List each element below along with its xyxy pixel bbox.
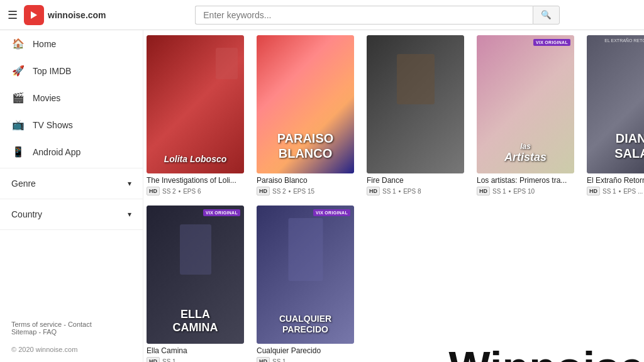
- movie-title-lolita: The Investigations of Loli...: [147, 176, 244, 185]
- vix-badge-cualquier: VIX ORIGINAL: [313, 209, 350, 216]
- sidebar-item-home[interactable]: 🏠 Home: [0, 30, 143, 57]
- movie-card-artistas[interactable]: VIX ORIGINAL lasArtistas Los artistas: P…: [477, 35, 580, 195]
- movie-meta-lolita: HD SS 2 • EPS 6: [147, 187, 250, 195]
- movie-meta-artistas: HD SS 1 • EPS 10: [477, 187, 580, 195]
- movie-card-fire[interactable]: Fire Dance HD SS 1 • EPS 8: [367, 35, 470, 195]
- movie-meta-extrano: HD SS 1 • EPS ...: [587, 187, 644, 195]
- genre-section[interactable]: Genre ▾: [0, 171, 143, 196]
- footer-links: Terms of service - Contact Sitemap - FAQ: [0, 313, 143, 343]
- sidebar-item-android-app[interactable]: 📱 Android App: [0, 138, 143, 165]
- hd-badge: HD: [257, 187, 270, 195]
- sidebar: 🏠 Home 🚀 Top IMDB 🎬 Movies 📺 TV Shows 📱 …: [0, 30, 143, 362]
- thumb-text-paraiso: PARAISOBLANCO: [277, 131, 334, 161]
- thumb-text-cualquier: CUALQUIERPARECIDO: [279, 314, 331, 335]
- movie-card-lolita[interactable]: Lolita Lobosco The Investigations of Lol…: [147, 35, 250, 195]
- search-input[interactable]: [195, 6, 533, 25]
- thumb-text-artistas: lasArtistas: [504, 142, 547, 165]
- movie-thumb-lolita: Lolita Lobosco: [147, 35, 244, 173]
- sidebar-label-home: Home: [33, 39, 56, 49]
- tv-shows-icon: 📺: [11, 119, 25, 131]
- hamburger-icon[interactable]: ☰: [8, 8, 18, 22]
- thumb-text-extrano: DIANASALAZ: [614, 131, 644, 161]
- content-area: Lolita Lobosco The Investigations of Lol…: [143, 30, 644, 362]
- vix-badge-camina: VIX ORIGINAL: [203, 209, 240, 216]
- sidebar-item-top-imdb[interactable]: 🚀 Top IMDB: [0, 57, 143, 84]
- vix-badge: VIX ORIGINAL: [533, 39, 570, 46]
- thumb-text-camina: ELLACAMINA: [173, 308, 218, 335]
- country-label: Country: [11, 209, 42, 219]
- search-button[interactable]: 🔍: [533, 6, 560, 25]
- movie-title-camina: Ella Camina: [147, 346, 244, 355]
- footer-sep-1: -: [64, 321, 68, 328]
- top-imdb-icon: 🚀: [11, 65, 25, 77]
- movie-card-extrano[interactable]: EL EXTRAÑO RETORNO DE... DIANASALAZ El E…: [587, 35, 644, 195]
- android-icon: 📱: [11, 146, 25, 158]
- sidebar-divider-2: [0, 199, 143, 199]
- main-layout: 🏠 Home 🚀 Top IMDB 🎬 Movies 📺 TV Shows 📱 …: [0, 30, 644, 362]
- thumb-text-lolita: Lolita Lobosco: [164, 154, 227, 165]
- movie-title-cualquier: Cualquier Parecido: [257, 346, 354, 355]
- sidebar-label-android-app: Android App: [33, 147, 80, 157]
- movie-meta-camina: HD SS 1: [147, 357, 250, 362]
- sidebar-label-movies: Movies: [33, 93, 60, 103]
- movie-meta-paraiso: HD SS 2 • EPS 15: [257, 187, 360, 195]
- movie-thumb-fire: [367, 35, 464, 173]
- logo-icon: [24, 5, 44, 25]
- meta-dot: •: [179, 188, 181, 195]
- movie-title-fire: Fire Dance: [367, 176, 464, 185]
- sitemap-link[interactable]: Sitemap: [11, 328, 36, 336]
- sidebar-item-movies[interactable]: 🎬 Movies: [0, 84, 143, 111]
- faq-link[interactable]: FAQ: [43, 328, 57, 336]
- country-chevron-icon: ▾: [128, 210, 131, 219]
- country-section[interactable]: Country ▾: [0, 202, 143, 227]
- sidebar-item-tv-shows[interactable]: 📺 TV Shows: [0, 111, 143, 138]
- movie-card-cualquier[interactable]: VIX ORIGINAL CUALQUIERPARECIDO Cualquier…: [257, 206, 360, 362]
- hd-badge: HD: [147, 187, 160, 195]
- search-icon: 🔍: [541, 10, 552, 19]
- movie-title-paraiso: Paraiso Blanco: [257, 176, 354, 185]
- movie-meta-cualquier: HD SS 1: [257, 357, 360, 362]
- logo: winnoise.com: [24, 5, 106, 25]
- sidebar-divider-1: [0, 168, 143, 168]
- movie-thumb-cualquier: VIX ORIGINAL CUALQUIERPARECIDO: [257, 206, 354, 344]
- contact-link[interactable]: Contact: [68, 321, 92, 328]
- header: ☰ winnoise.com 🔍: [0, 0, 644, 30]
- movies-row-2: VIX ORIGINAL ELLACAMINA Ella Camina HD S…: [143, 200, 644, 362]
- copyright: © 2020 winnoise.com: [0, 343, 143, 356]
- sidebar-divider-3: [0, 229, 143, 230]
- movies-row-1: Lolita Lobosco The Investigations of Lol…: [143, 30, 644, 200]
- movie-thumb-camina: VIX ORIGINAL ELLACAMINA: [147, 206, 244, 344]
- sidebar-label-tv-shows: TV Shows: [33, 120, 73, 130]
- movie-thumb-paraiso: PARAISOBLANCO: [257, 35, 354, 173]
- movies-icon: 🎬: [11, 92, 25, 104]
- meta-eps: EPS 6: [183, 188, 201, 195]
- movie-title-extrano: El Extraño Retorn...: [587, 176, 644, 185]
- genre-chevron-icon: ▾: [128, 179, 131, 188]
- movie-thumb-artistas: VIX ORIGINAL lasArtistas: [477, 35, 574, 173]
- sidebar-label-top-imdb: Top IMDB: [33, 66, 71, 76]
- meta-season: SS 2: [162, 188, 176, 195]
- winnoise-watermark: Winnoise: [449, 346, 645, 362]
- logo-text: winnoise.com: [48, 10, 106, 20]
- home-icon: 🏠: [11, 38, 25, 50]
- movie-title-artistas: Los artistas: Primeros tra...: [477, 176, 574, 185]
- content-wrapper: Lolita Lobosco The Investigations of Lol…: [143, 30, 644, 362]
- movie-card-camina[interactable]: VIX ORIGINAL ELLACAMINA Ella Camina HD S…: [147, 206, 250, 362]
- movie-card-paraiso[interactable]: PARAISOBLANCO Paraiso Blanco HD SS 2 • E…: [257, 35, 360, 195]
- search-bar: 🔍: [195, 6, 560, 25]
- terms-link[interactable]: Terms of service: [11, 321, 62, 328]
- genre-label: Genre: [11, 178, 36, 189]
- movie-meta-fire: HD SS 1 • EPS 8: [367, 187, 470, 195]
- movie-thumb-extrano: EL EXTRAÑO RETORNO DE... DIANASALAZ: [587, 35, 644, 173]
